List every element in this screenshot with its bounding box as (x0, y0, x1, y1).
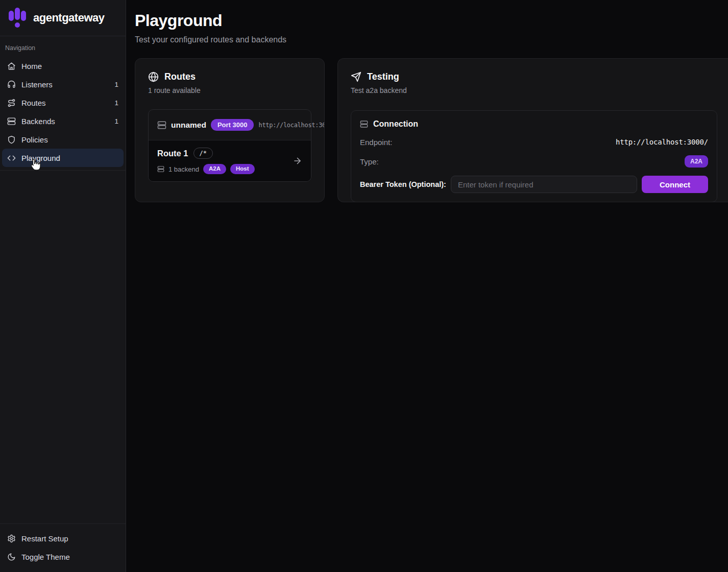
restart-setup-button[interactable]: Restart Setup (2, 529, 124, 547)
arrow-right-icon[interactable] (293, 156, 302, 165)
type-label: Type: (360, 157, 379, 166)
connection-title: Connection (373, 120, 418, 129)
routes-card: Routes 1 route available unnamed Port 30… (135, 58, 325, 202)
route-name: Route 1 (157, 149, 188, 158)
backend-count: 1 backend (168, 165, 199, 173)
sidebar-item-listeners[interactable]: Listeners 1 (2, 75, 124, 93)
page-subtitle: Test your configured routes and backends (135, 35, 728, 44)
sidebar-item-label: Backends (21, 117, 55, 126)
sidebar-item-count: 1 (114, 99, 118, 107)
toggle-theme-button[interactable]: Toggle Theme (2, 547, 124, 566)
globe-icon (148, 72, 159, 82)
server-icon (157, 121, 166, 130)
sidebar-item-label: Routes (21, 99, 46, 107)
sidebar-item-label: Home (21, 62, 42, 70)
shield-icon (7, 135, 16, 144)
sidebar-item-backends[interactable]: Backends 1 (2, 112, 124, 130)
sidebar-item-count: 1 (114, 117, 118, 125)
gear-icon (7, 534, 16, 543)
sidebar-item-label: Listeners (21, 80, 53, 89)
bearer-token-input[interactable] (451, 176, 637, 193)
sidebar: agentgateway Navigation Home Listeners 1… (0, 0, 126, 572)
endpoint-row: Endpoint: http://localhost:3000/ (360, 136, 708, 148)
connect-button[interactable]: Connect (642, 176, 708, 193)
testing-card-title: Testing (367, 72, 399, 82)
server-icon (157, 165, 164, 173)
route-badge-host: Host (230, 164, 255, 174)
listener-name: unnamed (171, 121, 206, 130)
nav-section-label: Navigation (2, 41, 124, 57)
endpoint-label: Endpoint: (360, 138, 392, 147)
brand-name: agentgateway (33, 11, 105, 25)
listener-url: http://localhost:3000/ (258, 122, 325, 129)
endpoint-value: http://localhost:3000/ (616, 138, 708, 146)
route-item[interactable]: Route 1 /* 1 backend A2A Host (149, 140, 311, 181)
server-icon (7, 117, 16, 126)
restart-setup-label: Restart Setup (21, 534, 68, 543)
server-icon (360, 120, 368, 128)
home-icon (7, 62, 16, 70)
routes-card-subtitle: 1 route available (148, 86, 311, 94)
sidebar-item-label: Policies (21, 135, 48, 144)
brand-header: agentgateway (0, 0, 126, 36)
agentgateway-logo-icon (8, 7, 27, 29)
send-icon (351, 72, 361, 82)
sidebar-item-count: 1 (114, 81, 118, 88)
bearer-token-row: Bearer Token (Optional): Connect (360, 176, 708, 193)
bearer-token-label: Bearer Token (Optional): (360, 180, 446, 188)
route-path-badge: /* (193, 148, 213, 159)
routes-card-title: Routes (164, 72, 196, 82)
sidebar-nav: Navigation Home Listeners 1 Routes 1 (0, 36, 126, 171)
sidebar-item-home[interactable]: Home (2, 57, 124, 75)
testing-card-subtitle: Test a2a backend (351, 86, 715, 94)
toggle-theme-label: Toggle Theme (21, 553, 70, 561)
sidebar-item-label: Playground (21, 154, 60, 162)
sidebar-item-routes[interactable]: Routes 1 (2, 93, 124, 112)
route-icon (7, 99, 16, 107)
main-content: Playground Test your configured routes a… (126, 0, 728, 572)
testing-card: Testing Test a2a backend Connection Endp… (337, 58, 728, 202)
code-icon (7, 154, 16, 162)
type-badge: A2A (685, 155, 708, 168)
page-title: Playground (135, 11, 728, 30)
sidebar-item-playground[interactable]: Playground (2, 149, 124, 167)
sidebar-item-policies[interactable]: Policies (2, 130, 124, 149)
headphones-icon (7, 80, 16, 89)
moon-icon (7, 553, 16, 561)
route-badge-a2a: A2A (203, 164, 226, 174)
type-row: Type: A2A (360, 155, 708, 168)
connection-panel: Connection Endpoint: http://localhost:30… (351, 110, 717, 202)
route-group: unnamed Port 3000 http://localhost:3000/… (148, 109, 311, 182)
port-badge: Port 3000 (211, 119, 254, 131)
listener-row: unnamed Port 3000 http://localhost:3000/ (149, 110, 311, 140)
sidebar-footer: Restart Setup Toggle Theme (0, 523, 126, 572)
